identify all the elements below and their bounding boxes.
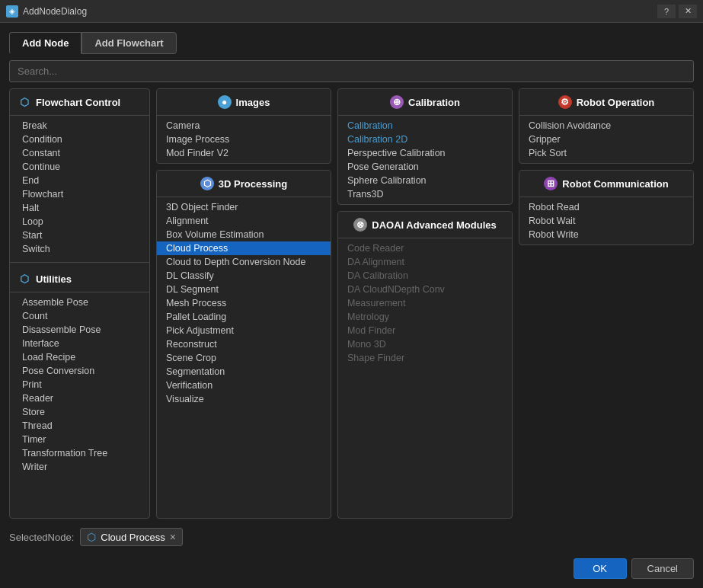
item-store[interactable]: Store — [10, 405, 149, 419]
selected-node-chip: ⬡ Cloud Process × — [80, 528, 183, 546]
item-print[interactable]: Print — [10, 378, 149, 391]
item-constant[interactable]: Constant — [10, 146, 149, 160]
item-flowchart[interactable]: Flowchart — [10, 187, 149, 201]
item-assemble-pose[interactable]: Assemble Pose — [10, 296, 149, 309]
daoai-label: DAOAI Advanced Modules — [372, 219, 496, 231]
item-segmentation[interactable]: Segmentation — [157, 365, 331, 379]
item-condition[interactable]: Condition — [10, 133, 149, 146]
item-sphere-calibration[interactable]: Sphere Calibration — [338, 174, 512, 187]
item-mono-3d: Mono 3D — [338, 337, 512, 351]
images-panel: ● Images Camera Image Process Mod Finder… — [156, 88, 331, 164]
item-dl-segment[interactable]: DL Segment — [157, 283, 331, 296]
item-calibration[interactable]: Calibration — [338, 119, 512, 133]
item-mesh-process[interactable]: Mesh Process — [157, 296, 331, 310]
content-area: ⬡ Flowchart Control Break Condition Cons… — [9, 88, 694, 519]
calibration-header: ⊕ Calibration — [338, 89, 512, 116]
dialog-icon: ◈ — [6, 5, 18, 18]
item-alignment[interactable]: Alignment — [157, 214, 331, 228]
daoai-items: Code Reader DA Alignment DA Calibration … — [338, 238, 512, 482]
tab-bar: Add Node Add Flowchart — [9, 32, 694, 54]
item-collision-avoidance[interactable]: Collision Avoidance — [519, 119, 693, 133]
help-button[interactable]: ? — [657, 5, 676, 18]
item-3d-object-finder[interactable]: 3D Object Finder — [157, 200, 331, 214]
item-visualize[interactable]: Visualize — [157, 392, 331, 406]
item-scene-crop[interactable]: Scene Crop — [157, 351, 331, 365]
item-gripper[interactable]: Gripper — [519, 133, 693, 146]
item-start[interactable]: Start — [10, 228, 149, 242]
chip-close-button[interactable]: × — [170, 532, 176, 542]
images-icon: ● — [218, 95, 232, 109]
processing-label: 3D Processing — [219, 178, 287, 190]
item-continue[interactable]: Continue — [10, 160, 149, 174]
processing-panel: ⬡ 3D Processing 3D Object Finder Alignme… — [156, 170, 331, 519]
item-cloud-process[interactable]: Cloud Process — [157, 241, 331, 255]
images-header: ● Images — [157, 89, 331, 116]
item-da-cloudndepth: DA CloudNDepth Conv — [338, 283, 512, 296]
item-break[interactable]: Break — [10, 119, 149, 133]
item-robot-write[interactable]: Robot Write — [519, 228, 693, 241]
robot-comm-header: ⊞ Robot Communication — [519, 171, 693, 197]
item-mod-finder-v2[interactable]: Mod Finder V2 — [157, 146, 331, 160]
processing-header: ⬡ 3D Processing — [157, 171, 331, 197]
item-dl-classify[interactable]: DL Classify — [157, 269, 331, 283]
item-loop[interactable]: Loop — [10, 215, 149, 228]
item-box-volume-estimation[interactable]: Box Volume Estimation — [157, 228, 331, 241]
flowchart-items: Break Condition Constant Continue End Fl… — [10, 116, 149, 259]
item-trans3d[interactable]: Trans3D — [338, 187, 512, 201]
cancel-button[interactable]: Cancel — [631, 558, 694, 579]
item-calibration-2d[interactable]: Calibration 2D — [338, 133, 512, 146]
tab-add-flowchart[interactable]: Add Flowchart — [81, 32, 176, 54]
images-label: Images — [236, 97, 270, 108]
robot-communication-panel: ⊞ Robot Communication Robot Read Robot W… — [519, 170, 694, 245]
item-switch[interactable]: Switch — [10, 242, 149, 256]
action-buttons: OK Cancel — [9, 555, 694, 579]
column-3: ⚙ Robot Operation Collision Avoidance Gr… — [519, 88, 694, 519]
item-interface[interactable]: Interface — [10, 337, 149, 350]
calibration-panel: ⊕ Calibration Calibration Calibration 2D… — [337, 88, 513, 205]
processing-items: 3D Object Finder Alignment Box Volume Es… — [157, 197, 331, 441]
item-halt[interactable]: Halt — [10, 201, 149, 215]
item-pose-conversion[interactable]: Pose Conversion — [10, 364, 149, 378]
item-reconstruct[interactable]: Reconstruct — [157, 337, 331, 351]
title-bar-title: AddNodeDialog — [23, 6, 657, 17]
item-writer[interactable]: Writer — [10, 460, 149, 474]
chip-icon: ⬡ — [87, 531, 96, 543]
item-image-process[interactable]: Image Process — [157, 133, 331, 146]
robot-op-icon: ⚙ — [558, 95, 572, 109]
calibration-icon: ⊕ — [390, 95, 404, 109]
images-items: Camera Image Process Mod Finder V2 — [157, 116, 331, 163]
item-pick-adjustment[interactable]: Pick Adjustment — [157, 324, 331, 337]
robot-operation-items: Collision Avoidance Gripper Pick Sort — [519, 116, 693, 163]
item-verification[interactable]: Verification — [157, 379, 331, 392]
item-code-reader: Code Reader — [338, 241, 512, 255]
ok-button[interactable]: OK — [574, 558, 627, 579]
close-button[interactable]: ✕ — [679, 5, 697, 18]
item-pallet-loading[interactable]: Pallet Loading — [157, 310, 331, 324]
item-thread[interactable]: Thread — [10, 419, 149, 433]
item-transformation-tree[interactable]: Transformation Tree — [10, 446, 149, 460]
item-end[interactable]: End — [10, 174, 149, 187]
item-mod-finder: Mod Finder — [338, 324, 512, 337]
center-columns: ● Images Camera Image Process Mod Finder… — [156, 88, 694, 519]
left-divider — [10, 262, 149, 263]
selected-node-label: SelectedNode: — [9, 532, 74, 543]
item-pose-generation[interactable]: Pose Generation — [338, 160, 512, 174]
item-reader[interactable]: Reader — [10, 391, 149, 405]
title-bar-controls: ? ✕ — [657, 5, 697, 18]
item-load-recipe[interactable]: Load Recipe — [10, 350, 149, 364]
robot-operation-header: ⚙ Robot Operation — [519, 89, 693, 116]
search-input[interactable] — [9, 60, 694, 82]
item-count[interactable]: Count — [10, 309, 149, 323]
item-cloud-to-depth[interactable]: Cloud to Depth Conversion Node — [157, 255, 331, 269]
item-perspective-calibration[interactable]: Perspective Calibration — [338, 146, 512, 160]
item-robot-wait[interactable]: Robot Wait — [519, 214, 693, 228]
item-da-alignment: DA Alignment — [338, 255, 512, 269]
item-timer[interactable]: Timer — [10, 433, 149, 446]
item-pick-sort[interactable]: Pick Sort — [519, 146, 693, 160]
utilities-header: ⬡ Utilities — [10, 266, 149, 292]
item-metrology: Metrology — [338, 310, 512, 324]
item-disassemble-pose[interactable]: Disassemble Pose — [10, 323, 149, 337]
item-camera[interactable]: Camera — [157, 119, 331, 133]
tab-add-node[interactable]: Add Node — [9, 32, 81, 54]
item-robot-read[interactable]: Robot Read — [519, 200, 693, 214]
